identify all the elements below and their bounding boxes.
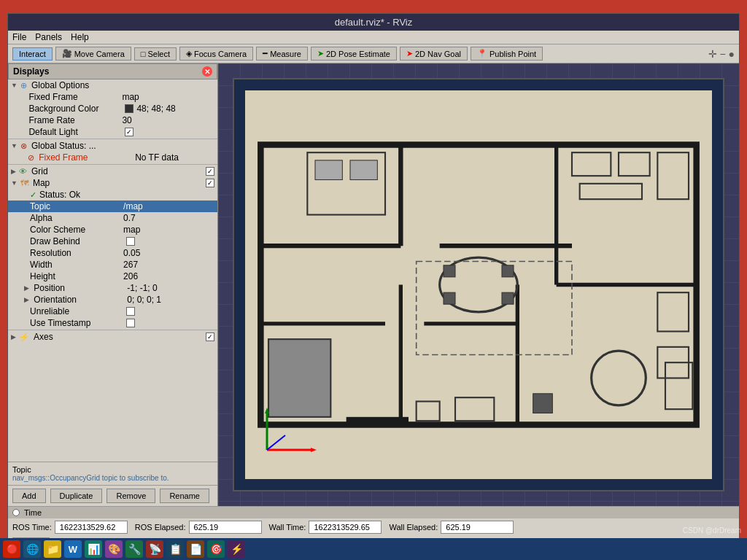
global-options-icon: ⊕	[20, 81, 27, 90]
ok-icon: ✓	[30, 190, 36, 200]
time-label: Time	[24, 508, 42, 517]
taskbar-icon-1[interactable]: 🔴	[3, 540, 20, 558]
taskbar: 🔴 🌐 📁 W 📊 🎨 🔧 📡 📋 📄 🎯 ⚡	[0, 538, 747, 560]
rename-button[interactable]: Rename	[160, 489, 209, 503]
axes-checkbox[interactable]: ✓	[206, 332, 214, 341]
menu-help[interactable]: Help	[71, 32, 89, 42]
global-options-item[interactable]: ▼ ⊕ Global Options	[8, 79, 217, 91]
axes-icon: ⚡	[19, 332, 29, 342]
width-item[interactable]: Width 267	[8, 259, 217, 271]
svg-rect-17	[502, 265, 514, 277]
map-checkbox[interactable]: ✓	[206, 179, 214, 187]
focus-camera-button[interactable]: ◈ Focus Camera	[179, 47, 253, 61]
status-error-icon: ⊗	[20, 141, 27, 151]
fixed-frame-item[interactable]: Fixed Frame map	[8, 91, 217, 103]
ros-time-label: ROS Time:	[12, 523, 52, 532]
use-timestamp-checkbox[interactable]	[126, 319, 135, 327]
map-container[interactable]	[233, 78, 724, 491]
width-label: Width	[28, 260, 123, 270]
add-button[interactable]: Add	[12, 489, 46, 503]
draw-behind-checkbox[interactable]	[126, 237, 135, 246]
default-light-checkbox[interactable]: ✓	[125, 128, 133, 136]
info-line2: nav_msgs::OccupancyGrid topic to subscri…	[12, 474, 213, 482]
eye-icon: 👁	[19, 167, 27, 176]
unreliable-checkbox[interactable]	[126, 307, 135, 316]
height-label: Height	[28, 271, 123, 281]
resolution-value: 0.05	[123, 248, 214, 258]
taskbar-icon-7[interactable]: 🔧	[125, 540, 143, 558]
taskbar-icon-10[interactable]: 📄	[187, 540, 204, 558]
right-panel[interactable]	[218, 63, 739, 506]
axes-item[interactable]: ▶ ⚡ Axes ✓	[8, 331, 217, 343]
axes-arrow: ▶	[11, 333, 16, 341]
nav-goal-button[interactable]: ➤ 2D Nav Goal	[400, 47, 468, 61]
position-value: -1; -1; 0	[127, 283, 214, 293]
width-value: 267	[123, 260, 214, 270]
publish-point-button[interactable]: 📍 Publish Point	[471, 47, 543, 61]
svg-rect-20	[268, 339, 330, 417]
taskbar-icon-4[interactable]: W	[64, 540, 82, 558]
bg-color-item[interactable]: Background Color 48; 48; 48	[8, 103, 217, 114]
orientation-item[interactable]: ▶ Orientation 0; 0; 0; 1	[8, 294, 217, 306]
displays-header: Displays ✕	[8, 63, 217, 79]
taskbar-icon-8[interactable]: 📡	[146, 540, 163, 558]
default-light-item[interactable]: Default Light ✓	[8, 126, 217, 138]
position-label: Position	[32, 283, 127, 293]
duplicate-button[interactable]: Duplicate	[50, 489, 103, 503]
status-ok-item[interactable]: ✓ Status: Ok	[8, 189, 217, 201]
taskbar-icon-6[interactable]: 🎨	[105, 540, 123, 558]
svg-line-37	[267, 435, 285, 450]
ros-elapsed-field: ROS Elapsed: 625.19	[135, 521, 262, 534]
taskbar-icon-12[interactable]: ⚡	[228, 540, 245, 558]
measure-button[interactable]: ━ Measure	[256, 47, 308, 61]
window-title: default.rviz* - RViz	[335, 17, 412, 28]
alpha-item[interactable]: Alpha 0.7	[8, 212, 217, 224]
bg-color-label: Background Color	[27, 104, 122, 114]
divider3	[8, 330, 217, 330]
select-button[interactable]: □ Select	[134, 47, 177, 61]
wall-elapsed-label: Wall Elapsed:	[389, 523, 438, 532]
axes-label: Axes	[32, 332, 127, 342]
draw-behind-item[interactable]: Draw Behind	[8, 236, 217, 247]
close-displays-button[interactable]: ✕	[202, 66, 212, 77]
alpha-value: 0.7	[123, 213, 214, 223]
unreliable-item[interactable]: Unreliable	[8, 306, 217, 317]
interact-button[interactable]: Interact	[12, 47, 53, 61]
time-radio[interactable]	[12, 509, 20, 516]
global-options-label: Global Options	[30, 80, 125, 90]
color-scheme-item[interactable]: Color Scheme map	[8, 224, 217, 236]
orientation-label: Orientation	[32, 295, 127, 305]
axes-indicator	[260, 406, 318, 464]
topic-item[interactable]: Topic /map	[8, 201, 217, 212]
displays-title: Displays	[13, 66, 49, 77]
fixed-frame-status-item[interactable]: ⊘ Fixed Frame No TF data	[8, 152, 217, 163]
map-item[interactable]: ▼ 🗺 Map ✓	[8, 177, 217, 189]
grid-item[interactable]: ▶ 👁 Grid ✓	[8, 166, 217, 177]
taskbar-icon-2[interactable]: 🌐	[23, 540, 41, 558]
move-camera-button[interactable]: 🎥 Move Camera	[55, 47, 131, 61]
draw-behind-label: Draw Behind	[28, 236, 123, 246]
taskbar-icon-9[interactable]: 📋	[166, 540, 184, 558]
error-icon: ⊘	[28, 153, 34, 163]
resolution-item[interactable]: Resolution 0.05	[8, 247, 217, 259]
taskbar-icon-3[interactable]: 📁	[44, 540, 61, 558]
taskbar-icon-5[interactable]: 📊	[85, 540, 102, 558]
map-label: Map	[31, 178, 126, 188]
camera-icon: 🎥	[62, 49, 72, 58]
grid-checkbox[interactable]: ✓	[206, 167, 214, 176]
menu-file[interactable]: File	[12, 32, 26, 42]
menu-panels[interactable]: Panels	[35, 32, 62, 42]
remove-button[interactable]: Remove	[107, 489, 155, 503]
frame-rate-item[interactable]: Frame Rate 30	[8, 114, 217, 126]
svg-rect-19	[502, 292, 514, 304]
global-status-item[interactable]: ▼ ⊗ Global Status: ...	[8, 140, 217, 152]
position-item[interactable]: ▶ Position -1; -1; 0	[8, 282, 217, 294]
use-timestamp-item[interactable]: Use Timestamp	[8, 317, 217, 329]
pose-icon: ➤	[317, 49, 324, 58]
time-header: Time	[8, 507, 739, 518]
bg-color-value: 48; 48; 48	[136, 104, 214, 114]
taskbar-icon-11[interactable]: 🎯	[207, 540, 225, 558]
color-swatch	[125, 104, 133, 113]
height-item[interactable]: Height 206	[8, 271, 217, 282]
pose-estimate-button[interactable]: ➤ 2D Pose Estimate	[311, 47, 397, 61]
